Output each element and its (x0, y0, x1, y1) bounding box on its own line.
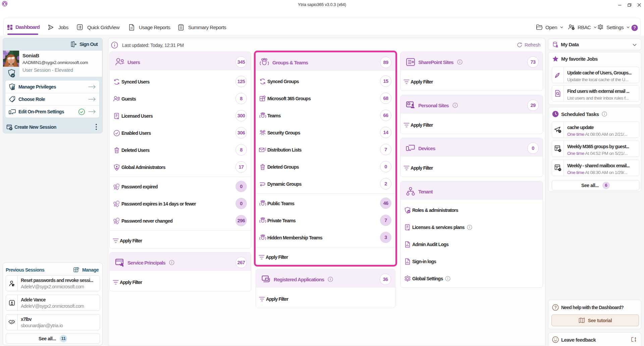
svg-text:?: ? (633, 25, 636, 30)
